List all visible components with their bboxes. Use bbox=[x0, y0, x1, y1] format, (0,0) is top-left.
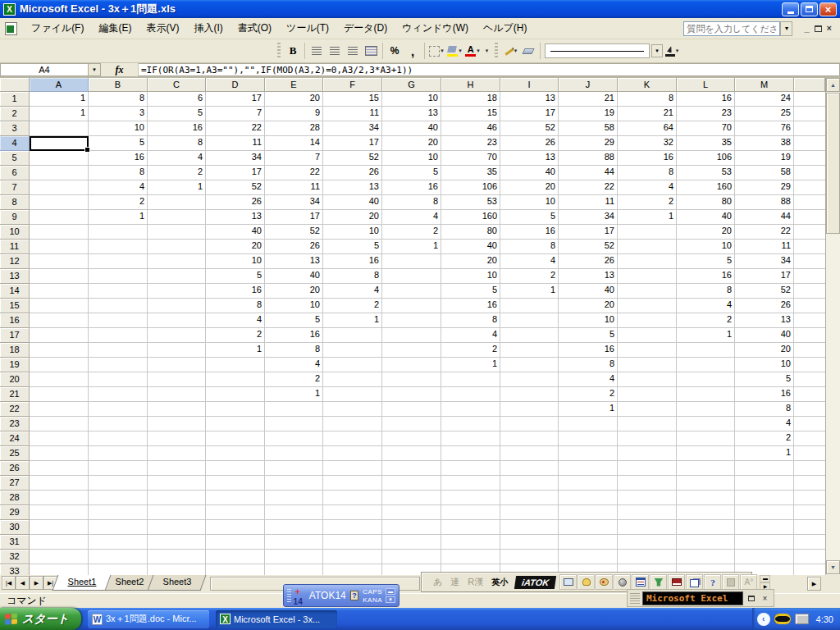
column-header-A[interactable]: A bbox=[30, 78, 89, 92]
cell-H16[interactable]: 8 bbox=[441, 313, 500, 328]
cell-B19[interactable] bbox=[89, 358, 148, 372]
column-header-partial[interactable] bbox=[794, 78, 825, 92]
cell-J7[interactable]: 22 bbox=[559, 180, 618, 195]
row-header-14[interactable]: 14 bbox=[0, 284, 30, 299]
cell-partial-28[interactable] bbox=[794, 491, 825, 505]
cell-E18[interactable]: 8 bbox=[265, 343, 323, 358]
cell-D28[interactable] bbox=[206, 491, 265, 505]
cell-J2[interactable]: 19 bbox=[559, 107, 618, 121]
cell-L24[interactable] bbox=[677, 431, 735, 446]
cell-B5[interactable]: 16 bbox=[89, 151, 148, 166]
cell-L11[interactable]: 10 bbox=[677, 240, 735, 254]
cell-L17[interactable]: 1 bbox=[677, 328, 735, 343]
cell-H2[interactable]: 15 bbox=[441, 107, 500, 121]
cell-I21[interactable] bbox=[500, 387, 559, 402]
cell-partial-25[interactable] bbox=[794, 446, 825, 461]
cell-L18[interactable] bbox=[677, 343, 735, 358]
column-header-B[interactable]: B bbox=[89, 78, 148, 92]
row-header-24[interactable]: 24 bbox=[0, 431, 30, 446]
row-header-23[interactable]: 23 bbox=[0, 417, 30, 431]
column-header-M[interactable]: M bbox=[735, 78, 794, 92]
atok14-grip[interactable] bbox=[287, 589, 291, 602]
cell-E31[interactable] bbox=[265, 535, 323, 550]
cell-K4[interactable]: 32 bbox=[618, 136, 677, 151]
cell-G5[interactable]: 10 bbox=[382, 151, 441, 166]
caps-toggle[interactable]: ▬ bbox=[386, 588, 395, 595]
sphere-icon[interactable] bbox=[614, 574, 631, 590]
cell-M30[interactable] bbox=[735, 520, 794, 535]
cell-H7[interactable]: 106 bbox=[441, 180, 500, 195]
cell-M25[interactable]: 1 bbox=[735, 446, 794, 461]
cell-L5[interactable]: 106 bbox=[677, 151, 735, 166]
cell-partial-23[interactable] bbox=[794, 417, 825, 431]
menu-item-8[interactable]: ヘルプ(H) bbox=[476, 18, 535, 39]
cell-F26[interactable] bbox=[323, 461, 382, 476]
cell-H8[interactable]: 53 bbox=[441, 195, 500, 210]
cell-D10[interactable]: 40 bbox=[206, 225, 265, 240]
cell-C24[interactable] bbox=[148, 431, 206, 446]
cell-B15[interactable] bbox=[89, 299, 148, 313]
cell-F27[interactable] bbox=[323, 476, 382, 491]
cell-B2[interactable]: 3 bbox=[89, 107, 148, 121]
cell-C2[interactable]: 5 bbox=[148, 107, 206, 121]
cell-K18[interactable] bbox=[618, 343, 677, 358]
cell-J8[interactable]: 11 bbox=[559, 195, 618, 210]
cell-F24[interactable] bbox=[323, 431, 382, 446]
minbar-restore-button[interactable] bbox=[745, 592, 757, 604]
cell-G27[interactable] bbox=[382, 476, 441, 491]
cell-I26[interactable] bbox=[500, 461, 559, 476]
cell-E2[interactable]: 9 bbox=[265, 107, 323, 121]
row-header-15[interactable]: 15 bbox=[0, 299, 30, 313]
row-header-31[interactable]: 31 bbox=[0, 535, 30, 550]
cell-A13[interactable] bbox=[30, 269, 89, 284]
cell-K10[interactable] bbox=[618, 225, 677, 240]
cell-G14[interactable] bbox=[382, 284, 441, 299]
cell-I31[interactable] bbox=[500, 535, 559, 550]
cell-M10[interactable]: 22 bbox=[735, 225, 794, 240]
cell-D2[interactable]: 7 bbox=[206, 107, 265, 121]
cell-partial-31[interactable] bbox=[794, 535, 825, 550]
cell-F20[interactable] bbox=[323, 372, 382, 387]
cell-J16[interactable]: 10 bbox=[559, 313, 618, 328]
cell-C1[interactable]: 6 bbox=[148, 92, 206, 107]
cell-L23[interactable] bbox=[677, 417, 735, 431]
cell-A26[interactable] bbox=[30, 461, 89, 476]
next-sheet-icon[interactable]: ▶ bbox=[30, 576, 43, 590]
cell-I12[interactable]: 4 bbox=[500, 254, 559, 269]
cell-C26[interactable] bbox=[148, 461, 206, 476]
cell-J13[interactable]: 13 bbox=[559, 269, 618, 284]
row-header-28[interactable]: 28 bbox=[0, 491, 30, 505]
cell-K1[interactable]: 8 bbox=[618, 92, 677, 107]
cell-C15[interactable] bbox=[148, 299, 206, 313]
cell-I7[interactable]: 20 bbox=[500, 180, 559, 195]
cell-D6[interactable]: 17 bbox=[206, 166, 265, 180]
cell-F21[interactable] bbox=[323, 387, 382, 402]
cell-L29[interactable] bbox=[677, 505, 735, 520]
cell-B8[interactable]: 2 bbox=[89, 195, 148, 210]
cell-J5[interactable]: 88 bbox=[559, 151, 618, 166]
cell-K29[interactable] bbox=[618, 505, 677, 520]
scroll-up-icon[interactable]: ▲ bbox=[826, 78, 840, 92]
cell-B16[interactable] bbox=[89, 313, 148, 328]
cell-A27[interactable] bbox=[30, 476, 89, 491]
cell-H23[interactable] bbox=[441, 417, 500, 431]
cell-A19[interactable] bbox=[30, 358, 89, 372]
cell-B23[interactable] bbox=[89, 417, 148, 431]
cell-B28[interactable] bbox=[89, 491, 148, 505]
align-left-button[interactable] bbox=[308, 42, 326, 60]
row-header-1[interactable]: 1 bbox=[0, 92, 30, 107]
ime-mode-1[interactable]: 連 bbox=[446, 576, 463, 588]
cell-M1[interactable]: 24 bbox=[735, 92, 794, 107]
tray-display-icon[interactable] bbox=[795, 614, 809, 624]
cell-D15[interactable]: 8 bbox=[206, 299, 265, 313]
cell-L8[interactable]: 80 bbox=[677, 195, 735, 210]
cell-F11[interactable]: 5 bbox=[323, 240, 382, 254]
cell-E33[interactable] bbox=[265, 564, 323, 575]
close-button[interactable]: × bbox=[819, 2, 837, 16]
cell-G9[interactable]: 4 bbox=[382, 210, 441, 225]
cell-K23[interactable] bbox=[618, 417, 677, 431]
cell-L21[interactable] bbox=[677, 387, 735, 402]
cell-C19[interactable] bbox=[148, 358, 206, 372]
cell-H5[interactable]: 70 bbox=[441, 151, 500, 166]
cell-K5[interactable]: 16 bbox=[618, 151, 677, 166]
